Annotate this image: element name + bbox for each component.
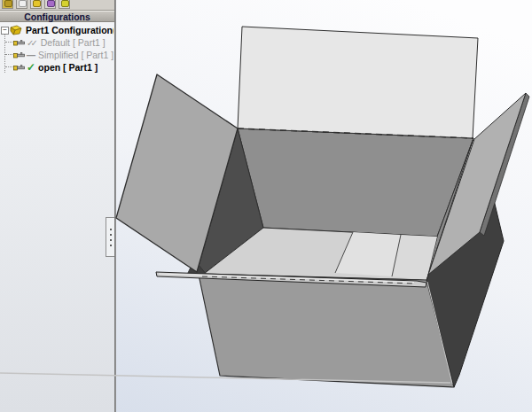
solidworks-window: { "manager_panel": { "tabs": [ {"icon": … [0,0,532,412]
pane-splitter-handle[interactable] [106,217,114,257]
box-front-wall[interactable] [199,275,454,387]
box-back-flap[interactable] [238,27,478,138]
box-model[interactable] [0,0,532,412]
box-interior-back-wall[interactable] [238,128,473,237]
